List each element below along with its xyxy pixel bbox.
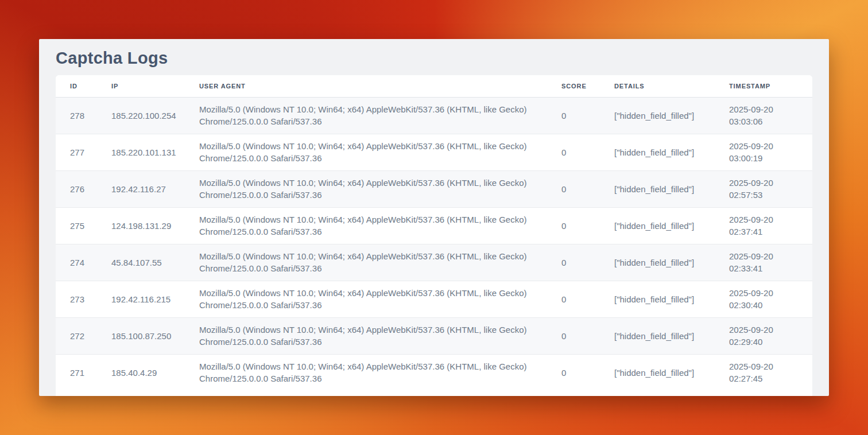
cell-timestamp: 2025-09-20 02:27:45 xyxy=(729,354,812,391)
cell-details: ["hidden_field_filled"] xyxy=(614,170,729,207)
cell-id: 272 xyxy=(56,317,111,354)
cell-user-agent: Mozilla/5.0 (Windows NT 10.0; Win64; x64… xyxy=(199,281,561,317)
cell-ip: 124.198.131.29 xyxy=(111,207,199,244)
cell-timestamp: 2025-09-20 03:03:06 xyxy=(729,97,812,134)
column-header-id: ID xyxy=(56,75,111,97)
cell-details: ["hidden_field_filled"] xyxy=(614,134,729,170)
table-header-row: ID IP USER AGENT SCORE DETAILS TIMESTAMP xyxy=(56,75,812,97)
cell-id: 271 xyxy=(56,354,111,391)
table-row: 275 124.198.131.29 Mozilla/5.0 (Windows … xyxy=(56,207,812,244)
cell-user-agent: Mozilla/5.0 (Windows NT 10.0; Win64; x64… xyxy=(199,207,561,244)
column-header-ip: IP xyxy=(111,75,199,97)
cell-score: 0 xyxy=(561,134,614,170)
cell-id: 278 xyxy=(56,97,111,134)
cell-details: ["hidden_field_filled"] xyxy=(614,207,729,244)
cell-id: 277 xyxy=(56,134,111,170)
column-header-timestamp: TIMESTAMP xyxy=(729,75,812,97)
table-row: 278 185.220.100.254 Mozilla/5.0 (Windows… xyxy=(56,97,812,134)
cell-score: 0 xyxy=(561,317,614,354)
cell-user-agent: Mozilla/5.0 (Windows NT 10.0; Win64; x64… xyxy=(199,354,561,391)
table-row: 271 185.40.4.29 Mozilla/5.0 (Windows NT … xyxy=(56,354,812,391)
cell-ip: 192.42.116.215 xyxy=(111,281,199,317)
column-header-user-agent: USER AGENT xyxy=(199,75,561,97)
cell-ip: 45.84.107.55 xyxy=(111,244,199,281)
cell-score: 0 xyxy=(561,170,614,207)
cell-user-agent: Mozilla/5.0 (Windows NT 10.0; Win64; x64… xyxy=(199,317,561,354)
table-row: 273 192.42.116.215 Mozilla/5.0 (Windows … xyxy=(56,281,812,317)
cell-score: 0 xyxy=(561,244,614,281)
table-row: 272 185.100.87.250 Mozilla/5.0 (Windows … xyxy=(56,317,812,354)
cell-id: 275 xyxy=(56,207,111,244)
cell-timestamp: 2025-09-20 02:30:40 xyxy=(729,281,812,317)
captcha-logs-table-container: ID IP USER AGENT SCORE DETAILS TIMESTAMP… xyxy=(56,75,812,396)
cell-score: 0 xyxy=(561,97,614,134)
cell-score: 0 xyxy=(561,354,614,391)
table-row: 276 192.42.116.27 Mozilla/5.0 (Windows N… xyxy=(56,170,812,207)
cell-timestamp: 2025-09-20 02:33:41 xyxy=(729,244,812,281)
cell-details: ["hidden_field_filled"] xyxy=(614,244,729,281)
cell-timestamp: 2025-09-20 02:29:40 xyxy=(729,317,812,354)
column-header-details: DETAILS xyxy=(614,75,729,97)
cell-ip: 185.220.101.131 xyxy=(111,134,199,170)
cell-user-agent: Mozilla/5.0 (Windows NT 10.0; Win64; x64… xyxy=(199,134,561,170)
cell-details: ["hidden_field_filled"] xyxy=(614,97,729,134)
cell-id: 274 xyxy=(56,244,111,281)
cell-timestamp: 2025-09-20 02:37:41 xyxy=(729,207,812,244)
cell-score: 0 xyxy=(561,207,614,244)
cell-user-agent: Mozilla/5.0 (Windows NT 10.0; Win64; x64… xyxy=(199,244,561,281)
cell-ip: 185.100.87.250 xyxy=(111,317,199,354)
captcha-logs-card: Captcha Logs ID IP USER AGENT SCORE DETA… xyxy=(39,39,829,396)
cell-details: ["hidden_field_filled"] xyxy=(614,281,729,317)
table-row: 274 45.84.107.55 Mozilla/5.0 (Windows NT… xyxy=(56,244,812,281)
page-background: { "page_title": "Captcha Logs", "table":… xyxy=(0,0,868,435)
cell-user-agent: Mozilla/5.0 (Windows NT 10.0; Win64; x64… xyxy=(199,170,561,207)
cell-timestamp: 2025-09-20 02:57:53 xyxy=(729,170,812,207)
cell-user-agent: Mozilla/5.0 (Windows NT 10.0; Win64; x64… xyxy=(199,97,561,134)
cell-ip: 185.40.4.29 xyxy=(111,354,199,391)
cell-ip: 185.220.100.254 xyxy=(111,97,199,134)
cell-id: 273 xyxy=(56,281,111,317)
cell-timestamp: 2025-09-20 03:00:19 xyxy=(729,134,812,170)
page-title: Captcha Logs xyxy=(39,39,829,67)
cell-details: ["hidden_field_filled"] xyxy=(614,354,729,391)
cell-score: 0 xyxy=(561,281,614,317)
captcha-logs-table: ID IP USER AGENT SCORE DETAILS TIMESTAMP… xyxy=(56,75,812,391)
cell-id: 276 xyxy=(56,170,111,207)
table-row: 277 185.220.101.131 Mozilla/5.0 (Windows… xyxy=(56,134,812,170)
captcha-table-body: 278 185.220.100.254 Mozilla/5.0 (Windows… xyxy=(56,97,812,391)
column-header-score: SCORE xyxy=(561,75,614,97)
cell-details: ["hidden_field_filled"] xyxy=(614,317,729,354)
cell-ip: 192.42.116.27 xyxy=(111,170,199,207)
